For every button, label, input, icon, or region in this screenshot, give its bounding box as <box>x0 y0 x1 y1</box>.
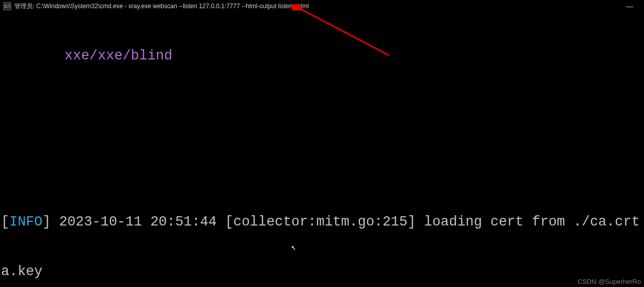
blank-line <box>1 147 643 163</box>
terminal-output[interactable]: xxe/xxe/blind [INFO] 2023-10-11 20:51:44… <box>0 12 644 287</box>
window-title: 管理员: C:\Windows\System32\cmd.exe - xray.… <box>14 3 309 10</box>
cmd-icon: C:\ <box>3 2 11 10</box>
minimize-button[interactable]: — <box>618 0 641 12</box>
log-text: 2023-10-11 20:51:44 [collector:mitm.go:2… <box>51 214 644 230</box>
log-line-info: [INFO] 2023-10-11 20:51:44 [collector:mi… <box>1 214 643 230</box>
window-titlebar: C:\ 管理员: C:\Windows\System32\cmd.exe - x… <box>0 0 644 12</box>
log-level-info: INFO <box>9 214 42 230</box>
plugin-path-line: xxe/xxe/blind <box>1 48 643 64</box>
log-wrap: a.key <box>1 263 643 280</box>
watermark-text: CSDN @SuperherRo <box>577 278 641 286</box>
blank-line <box>1 97 643 114</box>
